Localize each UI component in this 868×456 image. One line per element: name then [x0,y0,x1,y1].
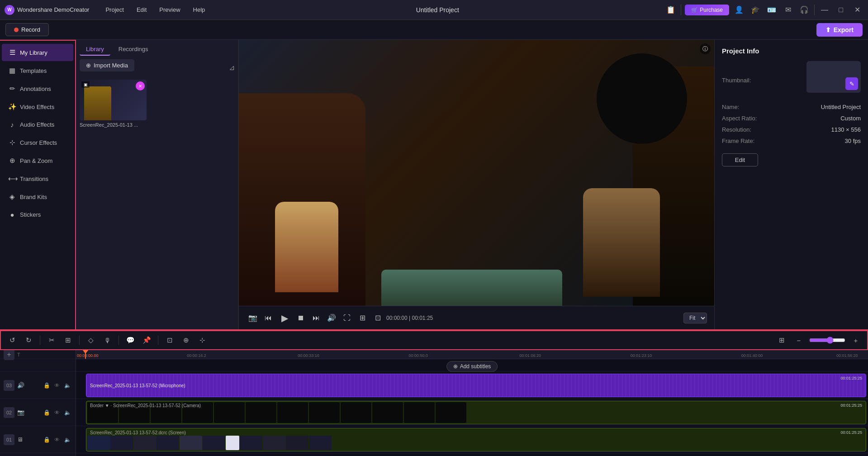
track-mute-03[interactable]: 🔈 [63,381,72,390]
close-button[interactable]: ✕ [851,4,863,16]
audio-effects-icon: ♪ [8,121,16,128]
skip-back-button[interactable]: ⏮ [261,311,275,325]
sidebar-item-video-effects[interactable]: ✨ Video Effects [2,98,73,115]
zoom-slider[interactable] [809,337,845,344]
notes-icon[interactable]: 📋 [664,4,677,16]
track-num-03: 03 [4,380,14,391]
screen-clip[interactable]: ScreenRec_2025-01-13 13-57-52.dcrc (Scre… [86,428,866,451]
project-edit-button[interactable]: Edit [722,153,758,166]
tab-library[interactable]: Library [80,43,110,56]
add-subtitles-button[interactable]: ⊕ Add subtitles [446,361,498,372]
play-button[interactable]: ▶ [277,310,292,326]
ruler-mark-7: 00:01:56:20 [836,353,858,358]
import-media-button[interactable]: ⊕ Import Media [80,59,134,71]
menu-help[interactable]: Help [188,5,211,15]
ratio-button[interactable]: ⊡ [371,311,384,325]
transitions-icon: ⟷ [8,175,16,183]
preview-controls: 📷 ⏮ ▶ ⏹ ⏭ 🔊 ⛶ ⊞ ⊡ 00:00:00 | 00:01:25 Fi… [239,306,714,329]
volume-button[interactable]: 🔊 [325,311,338,325]
list-item[interactable]: ▣ ✕ ScreenRec_2025-01-13 ... [80,80,147,128]
crop-tl-button[interactable]: ⊞ [61,333,75,347]
track-eye-01[interactable]: 👁 [52,435,62,444]
skip-forward-button[interactable]: ⏭ [309,311,323,325]
motion-button[interactable]: ⊡ [163,333,176,347]
sidebar-item-templates[interactable]: ▦ Templates [2,62,73,79]
sidebar-label-audio-effects: Audio Effects [20,121,54,128]
track-mute-02[interactable]: 🔈 [63,408,72,417]
info-button[interactable]: ⓘ [700,43,711,54]
add-track-button[interactable]: + [4,350,14,360]
pan-zoom-tl-button[interactable]: ⊕ [179,333,193,347]
sidebar-item-audio-effects[interactable]: ♪ Audio Effects [2,116,73,133]
redo-button[interactable]: ↻ [22,333,35,347]
fullscreen-button[interactable]: ⛶ [340,311,354,325]
filter-icon[interactable]: ⊿ [229,63,235,72]
record-bar: Record ⬆ Export [0,20,868,40]
screen-frame [226,436,239,450]
track-label-01: 01 🖥 🔒 👁 🔈 [0,426,76,453]
sidebar-item-brand-kits[interactable]: ◈ Brand Kits [2,188,73,205]
track-eye-03[interactable]: 👁 [52,381,62,390]
crop-button[interactable]: ⊞ [356,311,369,325]
sidebar-item-stickers[interactable]: ● Stickers [2,206,73,223]
split-button[interactable]: ✂ [45,333,58,347]
sidebar-item-transitions[interactable]: ⟷ Transitions [2,170,73,187]
id-card-icon[interactable]: 🪪 [765,4,778,16]
sidebar-label-stickers: Stickers [20,211,41,218]
purchase-label: Purchase [700,7,723,13]
record-button[interactable]: Record [5,23,49,36]
sidebar-item-my-library[interactable]: ☰ My Library [2,44,73,61]
purchase-button[interactable]: 🛒 Purchase [685,5,729,15]
tab-recordings[interactable]: Recordings [112,43,155,56]
record-dot [14,28,19,32]
cursor-tl-button[interactable]: ⊹ [195,333,209,347]
track-mute-01[interactable]: 🔈 [63,435,72,444]
waveform [86,374,866,397]
playhead[interactable] [85,350,86,359]
track-lock-01[interactable]: 🔒 [42,435,51,444]
resolution-label: Resolution: [722,126,751,133]
zoom-in-button[interactable]: + [849,333,863,347]
camera-clip[interactable]: Border ▼ · ScreenRec_2025-01-13 13-57-52… [86,401,866,424]
separator2 [814,5,815,15]
menu-project[interactable]: Project [100,5,129,15]
sidebar-item-annotations[interactable]: ✏ Annotations [2,80,73,97]
screen-frame [203,436,225,450]
screenshot-button[interactable]: 📷 [246,311,260,325]
topbar: W Wondershare DemoCreator Project Edit P… [0,0,868,20]
fit-timeline-button[interactable]: ⊞ [775,333,788,347]
keyframe-button[interactable]: ◇ [84,333,98,347]
audio-tl-button[interactable]: 🎙 [100,333,114,347]
sidebar-label-my-library: My Library [20,49,47,56]
aspect-value: Custom [840,115,861,122]
mail-icon[interactable]: ✉ [782,4,794,16]
annotation-tl-button[interactable]: 📌 [140,333,153,347]
sidebar-item-pan-zoom[interactable]: ⊕ Pan & Zoom [2,152,73,169]
account-icon[interactable]: 👤 [733,4,745,16]
export-button[interactable]: ⬆ Export [816,23,863,37]
track-lock-03[interactable]: 🔒 [42,381,51,390]
fit-select[interactable]: Fit [683,313,707,323]
menu-edit[interactable]: Edit [131,5,152,15]
zoom-out-button[interactable]: − [792,333,806,347]
headset-icon[interactable]: 🎧 [798,4,811,16]
graduation-icon[interactable]: 🎓 [749,4,762,16]
sidebar-item-cursor-effects[interactable]: ⊹ Cursor Effects [2,134,73,151]
subtitle-tl-button[interactable]: 💬 [123,333,137,347]
undo-button[interactable]: ↺ [5,333,19,347]
minimize-button[interactable]: — [818,4,831,16]
maximize-button[interactable]: □ [835,4,847,16]
cursor-effects-icon: ⊹ [8,138,16,147]
track-num-02: 02 [4,407,14,418]
thumbnail-edit-button[interactable]: ✎ [845,77,858,90]
track-controls-02: 🔒 👁 🔈 [42,408,72,417]
separator [681,5,681,15]
menu-preview[interactable]: Preview [154,5,185,15]
track-eye-02[interactable]: 👁 [52,408,62,417]
audio-clip[interactable]: ScreenRec_2025-01-13 13-57-52 (Microphon… [86,374,866,397]
vid-circle [597,53,687,144]
stop-button[interactable]: ⏹ [294,311,308,325]
track-camera-icon: 📷 [17,409,24,416]
track-lock-02[interactable]: 🔒 [42,408,51,417]
video-content: ⓘ [239,40,714,306]
